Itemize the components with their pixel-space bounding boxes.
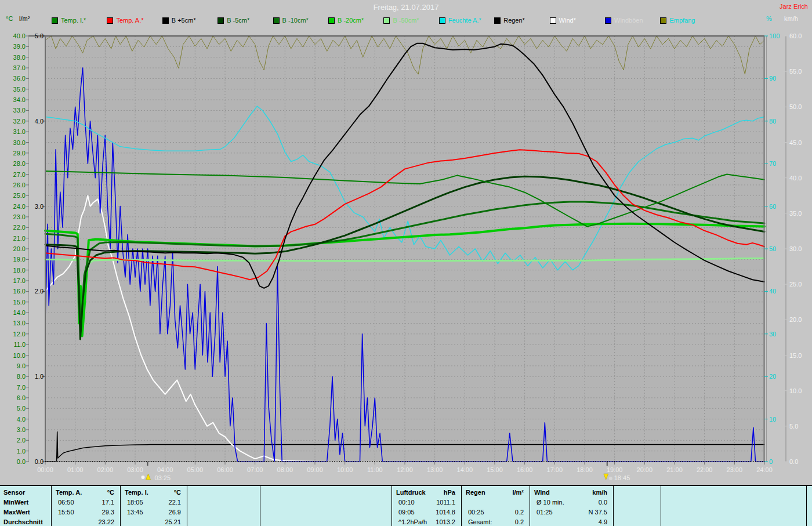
table-separator — [187, 486, 187, 526]
tick-label-degc: 15.0 — [13, 299, 26, 306]
sunrise-icon — [146, 474, 151, 480]
stats-cell-time: ^1.2hPa/h — [396, 517, 427, 526]
table-separator — [120, 486, 121, 526]
tick-label-degc: 27.0 — [13, 171, 26, 178]
stats-group-unit: km/h — [592, 488, 607, 497]
stats-cell-value: N 37.5 — [589, 507, 607, 517]
x-axis-label: 20:00 — [637, 466, 653, 473]
stats-row-label: MinWert — [3, 498, 28, 507]
stats-group-title: Wind — [534, 488, 550, 497]
x-axis-label: 09:00 — [307, 466, 323, 473]
stats-group-unit: °C — [107, 488, 114, 497]
tick-label-degc: 20.0 — [13, 245, 26, 252]
stats-group-header: Windkm/h — [534, 488, 607, 497]
tick-label-pct: 60 — [769, 203, 776, 210]
stats-group-unit: l/m² — [512, 488, 524, 497]
stats-cell: 4.9 — [534, 517, 607, 526]
stats-cell-value: 0.2 — [515, 517, 524, 526]
tick-label-degc: 23.0 — [13, 213, 26, 220]
tick-label-degc: 29.0 — [13, 150, 26, 157]
tick-label-pct: 40 — [769, 288, 776, 295]
x-axis-label: 12:00 — [397, 466, 413, 473]
tick-label-degc: 19.0 — [13, 256, 26, 263]
tick-label-degc: 12.0 — [13, 331, 26, 338]
tick-label-degc: 18.0 — [13, 267, 26, 274]
x-axis-label: 17:00 — [547, 466, 563, 473]
tick-label-degc: 1.0 — [17, 448, 26, 455]
stats-table: SensorMinWertMaxWertDurchschnittTemp. A.… — [0, 485, 812, 526]
tick-label-degc: 36.0 — [13, 75, 26, 82]
x-axis-label: 24:00 — [756, 466, 773, 473]
table-separator — [392, 486, 392, 526]
tick-label-kmh: 50.0 — [789, 103, 802, 110]
stats-cell: 09:051014.8 — [396, 507, 455, 517]
tick-label-degc: 35.0 — [13, 86, 26, 93]
tick-label-lm2: 2.0 — [35, 288, 44, 295]
tick-label-degc: 21.0 — [13, 235, 26, 242]
sunset-icon — [604, 474, 608, 480]
tick-label-degc: 16.0 — [13, 288, 26, 295]
stats-cell-time: 00:25 — [466, 507, 484, 517]
stats-group-header: Temp. I.°C — [125, 488, 181, 497]
stats-cell-value: 26.9 — [169, 507, 181, 517]
tick-label-kmh: 20.0 — [789, 316, 802, 323]
stats-cell-time: 01:25 — [534, 507, 553, 517]
weather-app-window: { "header": { "title": "Freitag, 21.07.2… — [0, 0, 812, 526]
tick-label-degc: 10.0 — [13, 352, 26, 359]
tick-label-degc: 2.0 — [17, 437, 26, 444]
stats-group-unit: °C — [174, 488, 181, 497]
tick-label-degc: 39.0 — [13, 43, 26, 50]
stats-row-label: MaxWert — [3, 507, 30, 517]
tick-label-degc: 8.0 — [17, 373, 26, 380]
stats-group-header: LuftdruckhPa — [396, 488, 455, 497]
x-axis-label: 03:00 — [127, 466, 143, 473]
tick-label-kmh: 45.0 — [789, 139, 802, 146]
table-separator — [260, 486, 260, 526]
x-axis-label: 13:00 — [427, 466, 443, 473]
tick-label-kmh: 10.0 — [789, 387, 802, 394]
tick-label-lm2: 1.0 — [35, 373, 44, 380]
tick-label-lm2: 4.0 — [35, 118, 44, 125]
stats-cell-time: Gesamt: — [466, 517, 492, 526]
stats-row-label: Sensor — [3, 488, 25, 497]
x-axis-label: 22:00 — [697, 466, 713, 473]
tick-label-degc: 37.0 — [13, 64, 26, 71]
tick-label-kmh: 35.0 — [789, 210, 802, 217]
stats-cell-time: Ø 10 min. — [534, 498, 564, 507]
stats-cell-time — [125, 517, 127, 526]
tick-label-lm2: 5.0 — [35, 32, 44, 39]
stats-cell-time: 09:05 — [396, 507, 415, 517]
x-axis-label: 04:00 — [157, 466, 173, 473]
x-axis-label: 08:00 — [277, 466, 293, 473]
tick-label-degc: 6.0 — [17, 394, 26, 401]
stats-group-title: Temp. A. — [56, 488, 82, 497]
x-axis-label: 21:00 — [666, 466, 683, 473]
tick-label-kmh: 30.0 — [789, 245, 802, 252]
stats-group-title: Luftdruck — [396, 488, 426, 497]
stats-cell: 06:5017.1 — [56, 498, 114, 507]
x-axis-label: 14:00 — [457, 466, 473, 473]
stats-cell: Ø 10 min.0.0 — [534, 498, 607, 507]
tick-label-pct: 80 — [769, 118, 776, 125]
tick-label-degc: 34.0 — [13, 96, 26, 103]
tick-label-kmh: 25.0 — [789, 281, 802, 288]
x-axis-label: 10:00 — [337, 466, 353, 473]
tick-label-degc: 24.0 — [13, 203, 26, 210]
tick-label-kmh: 55.0 — [789, 68, 802, 75]
stats-cell-time: 15:50 — [56, 507, 74, 517]
tick-label-pct: 0 — [769, 458, 773, 465]
stats-cell-value: 25.21 — [165, 517, 181, 526]
stats-cell-time — [56, 517, 58, 526]
tick-label-kmh: 5.0 — [789, 423, 798, 430]
table-separator — [530, 486, 530, 526]
stats-group-unit: hPa — [444, 488, 455, 497]
tick-label-degc: 38.0 — [13, 54, 26, 61]
stats-row-label: Durchschnitt — [3, 517, 43, 526]
stats-group-title: Temp. I. — [125, 488, 148, 497]
x-axis-label: 23:00 — [727, 466, 743, 473]
sun-event-time: 18:45 — [614, 474, 630, 481]
chart-canvas: 0.01.02.03.04.05.06.07.08.09.010.011.012… — [0, 0, 812, 485]
stats-cell-value: 1013.2 — [436, 517, 455, 526]
tick-label-kmh: 60.0 — [789, 32, 802, 39]
tick-label-degc: 0.0 — [17, 458, 26, 465]
